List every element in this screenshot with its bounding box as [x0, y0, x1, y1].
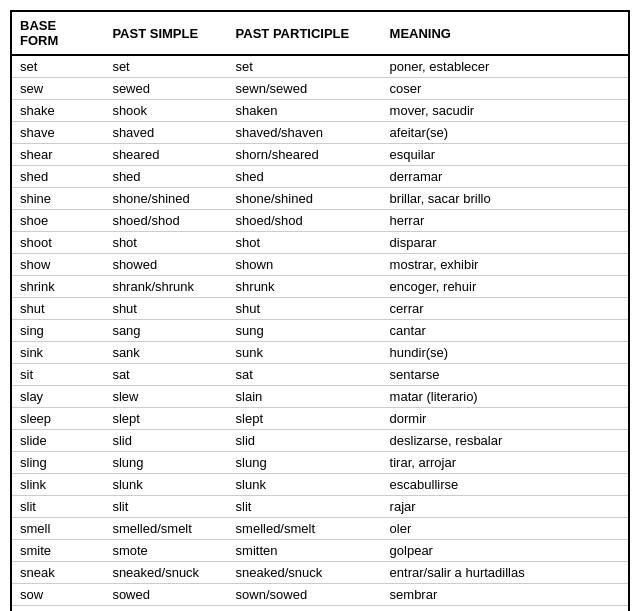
table-cell: shut — [228, 298, 382, 320]
table-cell: sneak — [12, 562, 104, 584]
table-cell: spoken — [228, 606, 382, 612]
table-cell: sow — [12, 584, 104, 606]
header-meaning: MEANING — [382, 12, 628, 55]
table-cell: slunk — [104, 474, 227, 496]
table-header-row: BASE FORM PAST SIMPLE PAST PARTICIPLE ME… — [12, 12, 628, 55]
header-past-participle: PAST PARTICIPLE — [228, 12, 382, 55]
table-cell: shown — [228, 254, 382, 276]
table-cell: mostrar, exhibir — [382, 254, 628, 276]
table-cell: mover, sacudir — [382, 100, 628, 122]
table-cell: shook — [104, 100, 227, 122]
table-cell: slew — [104, 386, 227, 408]
table-cell: shake — [12, 100, 104, 122]
table-cell: slide — [12, 430, 104, 452]
table-cell: sewn/sewed — [228, 78, 382, 100]
table-row: smellsmelled/smeltsmelled/smeltoler — [12, 518, 628, 540]
table-cell: cantar — [382, 320, 628, 342]
table-cell: shear — [12, 144, 104, 166]
table-cell: matar (literario) — [382, 386, 628, 408]
table-row: slideslidsliddeslizarse, resbalar — [12, 430, 628, 452]
table-cell: sleep — [12, 408, 104, 430]
table-row: showshowedshownmostrar, exhibir — [12, 254, 628, 276]
table-cell: shot — [104, 232, 227, 254]
table-row: sitsatsatsentarse — [12, 364, 628, 386]
table-cell: slid — [104, 430, 227, 452]
table-cell: esquilar — [382, 144, 628, 166]
table-cell: golpear — [382, 540, 628, 562]
table-cell: poner, establecer — [382, 55, 628, 78]
table-cell: slit — [104, 496, 227, 518]
table-row: shrinkshrank/shrunkshrunkencoger, rehuir — [12, 276, 628, 298]
table-cell: shoot — [12, 232, 104, 254]
table-cell: shoed/shod — [104, 210, 227, 232]
table-cell: showed — [104, 254, 227, 276]
table-cell: slung — [228, 452, 382, 474]
table-cell: shrink — [12, 276, 104, 298]
table-cell: shed — [228, 166, 382, 188]
table-cell: slunk — [228, 474, 382, 496]
table-cell: slit — [228, 496, 382, 518]
table-cell: sneaked/snuck — [228, 562, 382, 584]
table-row: smitesmotesmittengolpear — [12, 540, 628, 562]
table-cell: derramar — [382, 166, 628, 188]
table-cell: slept — [228, 408, 382, 430]
table-cell: disparar — [382, 232, 628, 254]
table-cell: brillar, sacar brillo — [382, 188, 628, 210]
table-cell: rajar — [382, 496, 628, 518]
table-cell: cerrar — [382, 298, 628, 320]
table-cell: tirar, arrojar — [382, 452, 628, 474]
table-cell: smote — [104, 540, 227, 562]
table-cell: encoger, rehuir — [382, 276, 628, 298]
table-row: shootshotshotdisparar — [12, 232, 628, 254]
table-cell: spoke — [104, 606, 227, 612]
table-cell: sembrar — [382, 584, 628, 606]
table-cell: smelled/smelt — [228, 518, 382, 540]
table-row: setsetsetponer, establecer — [12, 55, 628, 78]
table-cell: shrunk — [228, 276, 382, 298]
table-cell: shine — [12, 188, 104, 210]
table-cell: shaved/shaven — [228, 122, 382, 144]
table-cell: speak — [12, 606, 104, 612]
table-cell: coser — [382, 78, 628, 100]
table-row: shearshearedshorn/shearedesquilar — [12, 144, 628, 166]
table-cell: sunk — [228, 342, 382, 364]
table-cell: shoe — [12, 210, 104, 232]
table-cell: sat — [228, 364, 382, 386]
table-cell: slay — [12, 386, 104, 408]
table-cell: shone/shined — [228, 188, 382, 210]
table-row: shineshone/shinedshone/shinedbrillar, sa… — [12, 188, 628, 210]
table-row: slitslitslitrajar — [12, 496, 628, 518]
table-cell: sewed — [104, 78, 227, 100]
table-cell: sown/sowed — [228, 584, 382, 606]
table-cell: sew — [12, 78, 104, 100]
table-cell: shrank/shrunk — [104, 276, 227, 298]
table-cell: slung — [104, 452, 227, 474]
irregular-verbs-table: BASE FORM PAST SIMPLE PAST PARTICIPLE ME… — [12, 12, 628, 611]
table-row: shaveshavedshaved/shavenafeitar(se) — [12, 122, 628, 144]
table-cell: sling — [12, 452, 104, 474]
table-cell: shut — [12, 298, 104, 320]
table-cell: shone/shined — [104, 188, 227, 210]
table-cell: sentarse — [382, 364, 628, 386]
table-cell: afeitar(se) — [382, 122, 628, 144]
table-cell: slept — [104, 408, 227, 430]
table-row: singsangsungcantar — [12, 320, 628, 342]
table-cell: slid — [228, 430, 382, 452]
table-row: shutshutshutcerrar — [12, 298, 628, 320]
table-cell: entrar/salir a hurtadillas — [382, 562, 628, 584]
table-cell: shave — [12, 122, 104, 144]
table-cell: sat — [104, 364, 227, 386]
table-cell: set — [12, 55, 104, 78]
table-cell: slain — [228, 386, 382, 408]
table-cell: hablar — [382, 606, 628, 612]
table-cell: sit — [12, 364, 104, 386]
header-base-form: BASE FORM — [12, 12, 104, 55]
table-cell: shed — [104, 166, 227, 188]
table-cell: slit — [12, 496, 104, 518]
table-cell: shut — [104, 298, 227, 320]
table-row: sowsowedsown/sowedsembrar — [12, 584, 628, 606]
table-cell: shaken — [228, 100, 382, 122]
table-cell: sheared — [104, 144, 227, 166]
table-cell: smell — [12, 518, 104, 540]
table-cell: sung — [228, 320, 382, 342]
